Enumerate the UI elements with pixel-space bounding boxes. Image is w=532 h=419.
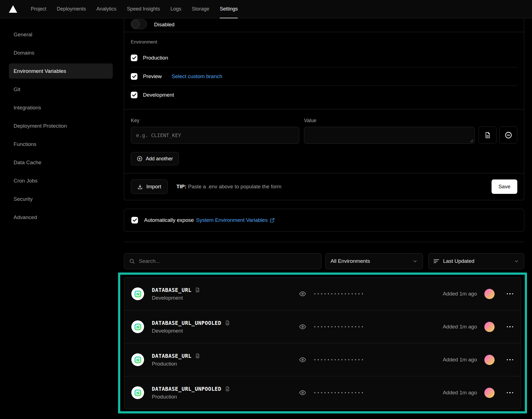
external-link-icon: [270, 218, 275, 223]
value-input[interactable]: [304, 127, 475, 144]
sidebar-item-deployment-protection[interactable]: Deployment Protection: [9, 118, 113, 133]
sensitive-toggle-row: Disabled: [124, 18, 524, 32]
env-var-name: DATABASE_URL_UNPOOLED: [152, 386, 221, 392]
environment-production-row: Production: [131, 49, 517, 67]
sidebar-item-data-cache[interactable]: Data Cache: [9, 155, 113, 170]
highlight-annotation: DATABASE_URL Development •••••••••••••••…: [118, 273, 527, 413]
sidebar-item-environment-variables[interactable]: Environment Variables: [9, 63, 113, 79]
env-var-row[interactable]: DATABASE_URL Production ••••••••••••••• …: [124, 343, 521, 376]
masked-value: •••••••••••••••: [314, 292, 365, 296]
reveal-eye-icon[interactable]: [299, 356, 306, 364]
env-var-environment: Production: [152, 394, 299, 400]
row-menu-icon[interactable]: [506, 358, 514, 362]
copy-document-icon[interactable]: [225, 320, 230, 326]
import-tip: TIP:Paste a .env above to populate the f…: [177, 184, 282, 190]
preview-checkbox[interactable]: [131, 73, 137, 80]
row-menu-icon[interactable]: [506, 390, 514, 395]
neon-integration-icon: [131, 353, 144, 366]
sensitive-toggle[interactable]: [131, 19, 147, 29]
user-avatar: [484, 355, 495, 365]
nav-tab-analytics[interactable]: Analytics: [91, 0, 122, 18]
added-timestamp: Added 1m ago: [443, 291, 477, 297]
reveal-eye-icon[interactable]: [299, 290, 306, 298]
row-menu-icon[interactable]: [506, 325, 514, 329]
added-timestamp: Added 1m ago: [443, 324, 477, 330]
toggle-state-label: Disabled: [154, 22, 175, 28]
settings-sidebar: General Domains Environment Variables Gi…: [0, 18, 113, 413]
tip-bold: TIP:: [177, 184, 186, 189]
import-button[interactable]: Import: [131, 179, 168, 194]
environment-filter-select[interactable]: All Environments: [325, 253, 423, 269]
env-var-filters: All Environments Last Updated: [124, 253, 524, 269]
environment-development-row: Development: [131, 86, 517, 104]
vercel-logo-icon[interactable]: [9, 0, 17, 18]
sort-value: Last Updated: [443, 258, 474, 264]
expose-label: Automatically expose: [144, 217, 194, 223]
toggle-knob: [132, 20, 140, 28]
env-var-name: DATABASE_URL: [152, 353, 191, 359]
sidebar-item-security[interactable]: Security: [9, 191, 113, 207]
save-button[interactable]: Save: [492, 179, 517, 194]
document-icon: [484, 132, 491, 139]
system-env-variables-link-text: System Environment Variables: [196, 217, 268, 223]
paste-env-file-button[interactable]: [479, 127, 497, 143]
neon-integration-icon: [131, 320, 144, 333]
sidebar-item-domains[interactable]: Domains: [9, 45, 113, 60]
nav-tab-deployments[interactable]: Deployments: [52, 0, 91, 18]
sidebar-item-cron-jobs[interactable]: Cron Jobs: [9, 173, 113, 188]
nav-tab-storage[interactable]: Storage: [186, 0, 214, 18]
user-avatar: [484, 322, 495, 332]
copy-document-icon[interactable]: [195, 353, 200, 359]
env-var-row[interactable]: DATABASE_URL_UNPOOLED Development ••••••…: [124, 310, 521, 343]
download-icon: [137, 184, 143, 190]
sort-lines-icon: [434, 259, 439, 263]
development-checkbox[interactable]: [131, 92, 137, 98]
env-var-environment: Development: [152, 328, 299, 334]
sort-select[interactable]: Last Updated: [428, 253, 524, 269]
neon-integration-icon: [131, 386, 144, 399]
masked-value: •••••••••••••••: [314, 390, 365, 395]
nav-tab-logs[interactable]: Logs: [165, 0, 186, 18]
reveal-eye-icon[interactable]: [299, 389, 306, 397]
env-var-environment: Development: [152, 295, 299, 301]
environment-filter-value: All Environments: [331, 258, 370, 264]
copy-document-icon[interactable]: [225, 386, 230, 392]
import-label: Import: [146, 184, 161, 190]
remove-row-button[interactable]: [499, 127, 517, 143]
nav-tab-speed-insights[interactable]: Speed Insights: [122, 0, 165, 18]
masked-value: •••••••••••••••: [314, 325, 365, 329]
resize-grip-icon[interactable]: [470, 139, 473, 142]
tip-text: Paste a .env above to populate the form: [188, 184, 282, 189]
add-another-button[interactable]: Add another: [131, 152, 179, 165]
reveal-eye-icon[interactable]: [299, 323, 306, 331]
key-input[interactable]: [131, 127, 299, 144]
user-avatar: [484, 388, 495, 398]
minus-circle-icon: [505, 131, 512, 139]
neon-integration-icon: [131, 287, 144, 300]
system-env-expose-panel: Automatically expose System Environment …: [124, 209, 524, 232]
select-custom-branch-link[interactable]: Select custom branch: [172, 73, 222, 79]
add-another-label: Add another: [146, 156, 173, 162]
production-label: Production: [143, 55, 168, 61]
sidebar-item-integrations[interactable]: Integrations: [9, 100, 113, 115]
production-checkbox[interactable]: [131, 55, 137, 61]
env-var-form-panel: Disabled Environment Production Preview: [124, 18, 524, 200]
env-var-name: DATABASE_URL: [152, 287, 191, 293]
sidebar-item-advanced[interactable]: Advanced: [9, 210, 113, 225]
expose-checkbox[interactable]: [131, 217, 138, 223]
system-env-variables-link[interactable]: System Environment Variables: [196, 217, 275, 223]
key-value-section: Key Value: [124, 109, 524, 173]
nav-tab-settings[interactable]: Settings: [214, 0, 243, 18]
preview-label: Preview: [143, 73, 162, 79]
sidebar-item-git[interactable]: Git: [9, 82, 113, 97]
sidebar-item-functions[interactable]: Functions: [9, 137, 113, 152]
sidebar-item-general[interactable]: General: [9, 27, 113, 42]
section-divider: [124, 242, 524, 242]
row-menu-icon[interactable]: [506, 292, 514, 296]
env-var-row[interactable]: DATABASE_URL_UNPOOLED Production •••••••…: [124, 376, 521, 409]
chevron-down-icon: [413, 259, 418, 264]
nav-tab-project[interactable]: Project: [25, 0, 52, 18]
search-input[interactable]: [139, 258, 316, 264]
copy-document-icon[interactable]: [195, 287, 200, 293]
env-var-row[interactable]: DATABASE_URL Development •••••••••••••••…: [124, 277, 521, 310]
